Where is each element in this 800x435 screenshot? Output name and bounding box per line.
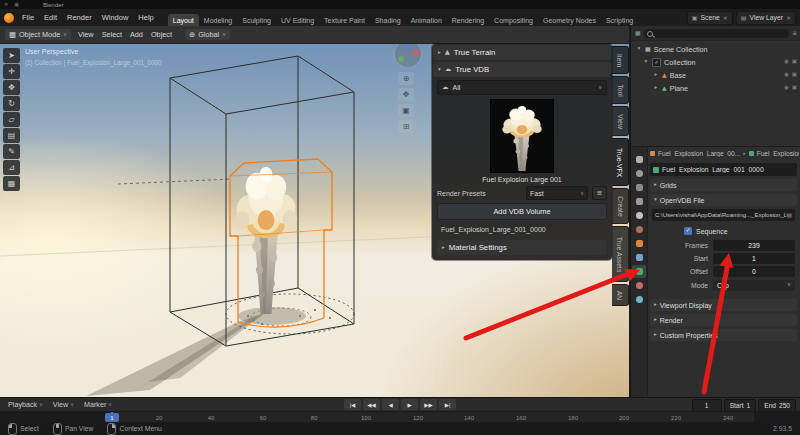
tab-true-vfx[interactable]: True-VFX xyxy=(612,138,629,186)
eye-icon[interactable]: ◉ xyxy=(784,72,789,78)
next-keyframe-button[interactable]: ▶▶ xyxy=(420,399,437,410)
menu-file[interactable]: File xyxy=(18,13,38,22)
camera-icon[interactable]: ▣ xyxy=(792,72,797,78)
grids-section-header[interactable]: ▸ Grids xyxy=(650,179,797,191)
collapse-icon[interactable]: ▸ xyxy=(654,332,657,338)
properties-tab-output[interactable] xyxy=(632,181,646,194)
outliner-search-input[interactable] xyxy=(644,29,789,38)
annotate-tool[interactable]: ✎ xyxy=(3,144,20,159)
outliner-display-mode-icon[interactable]: ▦ xyxy=(635,30,641,36)
tab-item[interactable]: Item xyxy=(612,46,629,74)
start-field[interactable]: 1 xyxy=(713,253,795,264)
workspace-tab-shading[interactable]: Shading xyxy=(370,14,406,26)
outliner-row-plane[interactable]: ▸ ▲ Plane ◉ ▣ xyxy=(631,82,800,94)
properties-tab-world[interactable] xyxy=(632,223,646,236)
viewport-3d[interactable]: User Perspective (1) Collection | Fuel_E… xyxy=(0,26,629,397)
add-menu[interactable]: Add xyxy=(129,30,144,39)
properties-tab-view-layer[interactable] xyxy=(632,195,646,208)
orientation-dropdown[interactable]: ⊕ Global ∨ xyxy=(185,29,230,40)
asset-thumbnail[interactable] xyxy=(490,99,554,173)
camera-icon[interactable]: ▣ xyxy=(792,59,797,65)
grid-toggle-icon[interactable]: ⊞ xyxy=(398,120,414,133)
menu-edit[interactable]: Edit xyxy=(40,13,61,22)
blender-logo-icon[interactable] xyxy=(4,13,14,23)
workspace-tab-animation[interactable]: Animation xyxy=(406,14,447,26)
tab-view[interactable]: View xyxy=(612,106,629,136)
playback-menu[interactable]: Playback∨ xyxy=(8,400,43,409)
transform-tool[interactable]: ▤ xyxy=(3,128,20,143)
pan-icon[interactable]: ✥ xyxy=(398,88,414,101)
expand-icon[interactable]: ▾ xyxy=(438,67,441,73)
frames-field[interactable]: 239 xyxy=(713,240,795,251)
properties-tab-object-data[interactable] xyxy=(632,265,646,278)
view-layer-selector[interactable]: ▤ View Layer × xyxy=(736,11,796,25)
eye-icon[interactable]: ◉ xyxy=(784,59,789,65)
render-presets-dropdown[interactable]: Fast ∨ xyxy=(526,186,588,200)
collapse-icon[interactable]: ▸ xyxy=(654,302,657,308)
scale-tool[interactable]: ▱ xyxy=(3,112,20,127)
view-menu[interactable]: View xyxy=(77,30,95,39)
collapse-icon[interactable]: ▸ xyxy=(654,182,657,188)
vdb-file-path-field[interactable]: C:\Users\vishal\AppData\Roaming..._Explo… xyxy=(652,209,795,221)
camera-icon[interactable]: ▣ xyxy=(792,85,797,91)
workspace-tab-compositing[interactable]: Compositing xyxy=(489,14,538,26)
workspace-tab-texture-paint[interactable]: Texture Paint xyxy=(319,14,370,26)
true-terrain-panel-header[interactable]: ▸ ▲ True Terrain xyxy=(433,45,611,60)
add-vdb-volume-button[interactable]: Add VDB Volume xyxy=(437,203,607,220)
prev-keyframe-button[interactable]: ◀◀ xyxy=(363,399,380,410)
collapse-icon[interactable]: ▸ xyxy=(442,245,445,251)
measure-tool[interactable]: ⊿ xyxy=(3,160,20,175)
tab-an[interactable]: AN xyxy=(612,284,629,306)
preset-options-button[interactable]: ≡ xyxy=(592,186,607,200)
openvdb-section-header[interactable]: ▾ OpenVDB File xyxy=(650,194,797,206)
outliner-row-scene-collection[interactable]: ▾ ▦ Scene Collection xyxy=(631,43,800,55)
collapse-icon[interactable]: ▸ xyxy=(438,50,441,56)
object-menu[interactable]: Object xyxy=(150,30,173,39)
viewport-display-section-header[interactable]: ▸ Viewport Display xyxy=(650,299,797,311)
jump-to-end-button[interactable]: ▶| xyxy=(439,399,456,410)
custom-properties-section-header[interactable]: ▸ Custom Properties xyxy=(650,329,797,341)
scene-selector[interactable]: ▣ Scene × xyxy=(687,11,733,25)
properties-tab-physics[interactable] xyxy=(632,293,646,306)
menu-window[interactable]: Window xyxy=(98,13,133,22)
explosion-volume[interactable] xyxy=(235,167,298,314)
expand-icon[interactable]: ▾ xyxy=(636,46,642,52)
properties-tab-modifiers[interactable] xyxy=(632,251,646,264)
workspace-tab-uv-editing[interactable]: UV Editing xyxy=(276,14,319,26)
scene-unlink-icon[interactable]: × xyxy=(723,15,728,21)
properties-tab-object[interactable] xyxy=(632,237,646,250)
playhead-frame-badge[interactable]: 1 xyxy=(105,413,119,422)
properties-tab-material[interactable] xyxy=(632,279,646,292)
properties-tab-render[interactable] xyxy=(632,167,646,180)
expand-icon[interactable]: ▾ xyxy=(654,197,657,203)
datablock-selector[interactable]: Fuel_Explosion_Large_001_0000 xyxy=(650,163,797,176)
play-button[interactable]: ▶ xyxy=(401,399,418,410)
workspace-tab-sculpting[interactable]: Sculpting xyxy=(237,14,276,26)
collapse-icon[interactable]: ▸ xyxy=(654,317,657,323)
workspace-tab-layout[interactable]: Layout xyxy=(168,14,199,26)
mode-dropdown[interactable]: Clip ∨ xyxy=(713,280,795,291)
play-reverse-button[interactable]: ◀ xyxy=(382,399,399,410)
view-layer-unlink-icon[interactable]: × xyxy=(786,15,791,21)
tab-true-assets[interactable]: True Assets xyxy=(612,226,629,282)
breadcrumb-data[interactable]: Fuel_Explosion_Large_00... xyxy=(757,150,799,157)
rotate-tool[interactable]: ↻ xyxy=(3,96,20,111)
workspace-tab-scripting[interactable]: Scripting xyxy=(601,14,638,26)
jump-to-start-button[interactable]: |◀ xyxy=(344,399,361,410)
filter-icon[interactable]: ≡ xyxy=(792,30,797,36)
breadcrumb-object[interactable]: Fuel_Explosion_Large_00... xyxy=(658,150,740,157)
properties-tab-tool[interactable] xyxy=(632,153,646,166)
category-dropdown[interactable]: ☁ All ∨ xyxy=(437,80,607,95)
expand-icon[interactable]: ▸ xyxy=(653,72,659,78)
menu-render[interactable]: Render xyxy=(63,13,96,22)
tab-tool[interactable]: Tool xyxy=(612,76,629,104)
cursor-tool[interactable]: ✛ xyxy=(3,64,20,79)
app-menu-icon[interactable]: ≡ xyxy=(4,2,8,7)
outliner-row-base[interactable]: ▸ ▲ Base ◉ ▣ xyxy=(631,69,800,81)
render-section-header[interactable]: ▸ Render xyxy=(650,314,797,326)
eye-icon[interactable]: ◉ xyxy=(784,85,789,91)
marker-menu[interactable]: Marker∨ xyxy=(84,400,112,409)
sequence-checkbox[interactable]: ✓ xyxy=(684,227,692,235)
workspace-tab-geometry-nodes[interactable]: Geometry Nodes xyxy=(538,14,601,26)
folder-icon[interactable]: ▤ xyxy=(786,212,792,218)
